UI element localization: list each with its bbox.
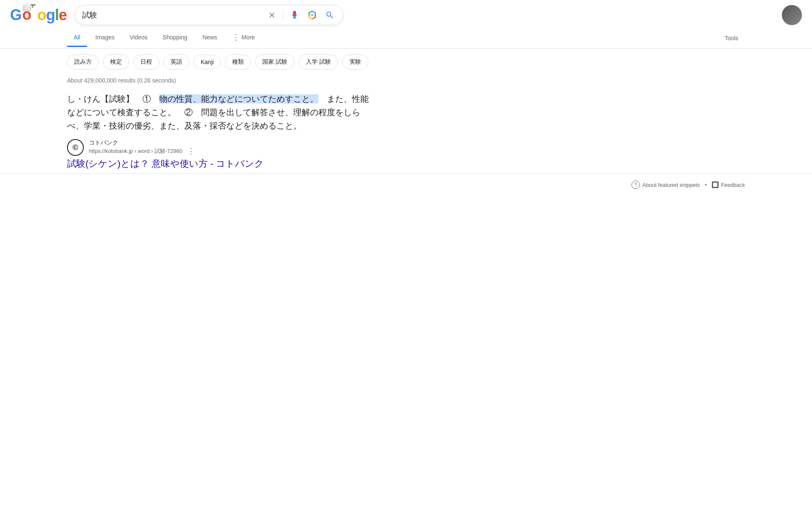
source-icon: © (67, 139, 84, 156)
result-title-link[interactable]: 試験(シケン)とは？ 意味や使い方 - コトバンク (67, 158, 264, 169)
tab-tools[interactable]: Tools (718, 30, 745, 46)
featured-snippet: し・けん【試験】 ① 物の性質、能力などについてためすこと。 また、性能などにつ… (67, 92, 369, 132)
svg-rect-16 (713, 183, 717, 187)
voice-search-button[interactable] (288, 9, 301, 21)
source-url: https://kotobank.jp › word › 試験-72960 (89, 147, 182, 155)
results-count: About 429,000,000 results (0.26 seconds) (0, 75, 812, 89)
snippet-text-highlight: 物の性質、能力などについてためすこと。 (159, 94, 318, 103)
result-title: 試験(シケン)とは？ 意味や使い方 - コトバンク (67, 158, 745, 170)
clear-button[interactable] (266, 9, 278, 21)
feedback-separator: • (705, 182, 707, 188)
chip-yomikata[interactable]: 読み方 (67, 54, 99, 70)
source-row: © コトバンク https://kotobank.jp › word › 試験-… (67, 139, 745, 156)
tab-more[interactable]: ⋮ More (225, 28, 261, 48)
chip-kentei[interactable]: 検定 (103, 54, 129, 70)
more-dots-icon: ⋮ (232, 33, 240, 42)
lens-button[interactable] (306, 9, 318, 21)
search-input[interactable]: 試験 (82, 11, 261, 20)
feedback-item: Feedback (712, 181, 745, 188)
source-url-row: https://kotobank.jp › word › 試験-72960 ⋮ (89, 147, 197, 156)
snippet-text: し・けん【試験】 ① 物の性質、能力などについてためすこと。 また、性能などにつ… (67, 92, 369, 132)
snippet-text-before: し・けん【試験】 ① (67, 94, 159, 103)
chip-shurui[interactable]: 種類 (225, 54, 251, 70)
source-name: コトバンク (89, 139, 197, 147)
logo-text: G o o g (10, 6, 67, 24)
tab-all[interactable]: All (67, 29, 87, 47)
chip-nyugaku[interactable]: 入学 試験 (299, 54, 338, 70)
chip-jikken[interactable]: 実験 (342, 54, 368, 70)
header: G o o g (0, 0, 812, 25)
logo-letter-e: e (59, 6, 67, 24)
tab-images[interactable]: Images (89, 29, 122, 47)
svg-point-5 (32, 5, 34, 6)
google-logo[interactable]: G o o g (10, 6, 67, 24)
tab-videos[interactable]: Videos (123, 29, 154, 47)
feedback-row: ? About featured snippets • Feedback (0, 173, 812, 196)
logo-letter-o2: o (37, 6, 46, 24)
tab-news[interactable]: News (196, 29, 224, 47)
search-submit-button[interactable] (323, 9, 336, 21)
tab-shopping[interactable]: Shopping (156, 29, 194, 47)
logo-doodle-icon: o (21, 6, 37, 24)
source-info: コトバンク https://kotobank.jp › word › 試験-72… (89, 139, 197, 156)
logo-letter-g2: g (46, 6, 55, 24)
chip-nittei[interactable]: 日程 (133, 54, 159, 70)
chip-kokka[interactable]: 国家 試験 (255, 54, 295, 70)
logo-letter-g: G (10, 6, 21, 24)
nav-tabs: All Images Videos Shopping News ⋮ More T… (0, 28, 812, 49)
chip-eigo[interactable]: 英語 (163, 54, 189, 70)
logo-letter-l: l (55, 6, 59, 24)
chips-row: 読み方 検定 日程 英語 Kanji 種類 国家 試験 入学 試験 実験 (0, 49, 812, 75)
svg-point-15 (311, 14, 313, 16)
svg-rect-13 (293, 18, 296, 18)
user-avatar[interactable] (782, 5, 802, 25)
search-bar: 試験 (75, 5, 343, 25)
source-more-options-button[interactable]: ⋮ (186, 147, 197, 156)
about-snippets-icon[interactable]: ? (631, 181, 640, 189)
search-divider (283, 10, 283, 20)
chip-kanji[interactable]: Kanji (194, 55, 221, 69)
feedback-icon-square (712, 181, 719, 188)
about-snippets-label[interactable]: About featured snippets (642, 182, 700, 188)
svg-rect-12 (294, 17, 295, 18)
feedback-label[interactable]: Feedback (721, 182, 745, 188)
feedback-about-item: ? About featured snippets (631, 181, 700, 189)
